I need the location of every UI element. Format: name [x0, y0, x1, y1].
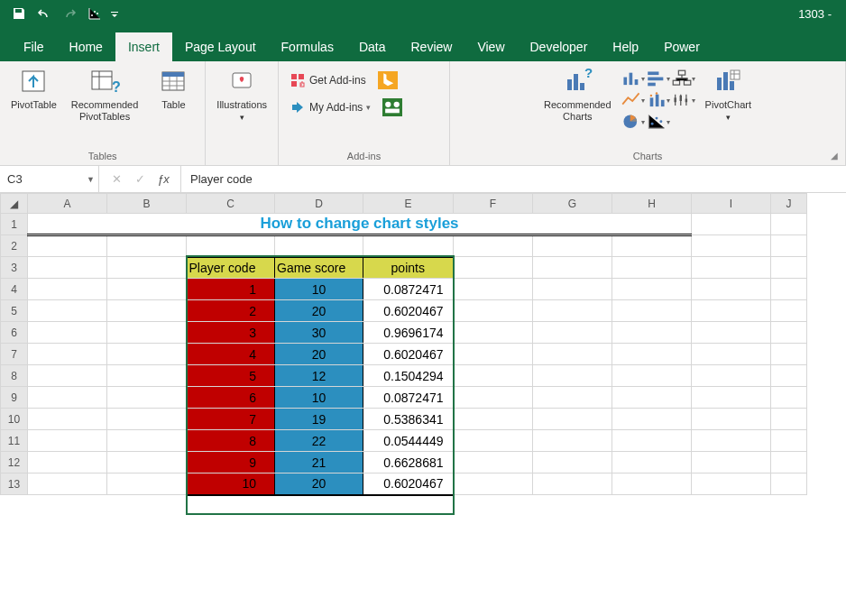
formula-input[interactable]: Player code [181, 172, 846, 186]
cell[interactable]: points [363, 257, 454, 279]
cell[interactable]: 21 [275, 452, 363, 473]
scatter-chart-icon[interactable] [83, 2, 106, 25]
row-header[interactable]: 9 [1, 387, 28, 409]
cell[interactable]: Game score [275, 257, 363, 279]
row-header[interactable]: 10 [1, 409, 28, 430]
cell[interactable]: 0.0872471 [363, 279, 454, 300]
tab-developer[interactable]: Developer [518, 32, 601, 61]
pivotchart-button[interactable]: PivotChart▾ [702, 65, 755, 125]
cell[interactable]: 20 [275, 473, 363, 495]
pivottable-button[interactable]: PivotTable [7, 65, 60, 113]
cell[interactable]: 2 [187, 300, 275, 322]
cell[interactable]: 5 [187, 365, 275, 387]
pie-chart-icon[interactable]: ▾ [623, 113, 643, 131]
col-header[interactable]: J [771, 194, 807, 214]
col-header[interactable]: E [363, 194, 454, 214]
recommended-pivottables-button[interactable]: ? Recommended PivotTables [68, 65, 143, 124]
redo-icon[interactable] [58, 2, 81, 25]
cell[interactable]: 9 [187, 452, 275, 473]
cell[interactable]: 1 [187, 279, 275, 300]
people-graph-icon[interactable] [382, 98, 402, 116]
cell[interactable]: 0.6020467 [363, 344, 454, 365]
cell[interactable]: 0.1504294 [363, 365, 454, 387]
svg-rect-11 [291, 81, 297, 87]
cell[interactable]: 0.6628681 [363, 452, 454, 473]
row-header[interactable]: 7 [1, 344, 28, 365]
row-header[interactable]: 2 [1, 235, 28, 257]
tab-file[interactable]: File [11, 32, 57, 61]
row-header[interactable]: 11 [1, 430, 28, 452]
row-header[interactable]: 12 [1, 452, 28, 473]
cell[interactable]: 10 [275, 279, 363, 300]
col-header[interactable]: D [275, 194, 363, 214]
row-header[interactable]: 4 [1, 279, 28, 300]
cell[interactable]: 0.6020467 [363, 473, 454, 495]
cell[interactable]: 22 [275, 430, 363, 452]
select-all-corner[interactable]: ◢ [1, 194, 28, 214]
cell[interactable]: 10 [275, 387, 363, 409]
table-button[interactable]: Table [149, 65, 198, 113]
row-header[interactable]: 8 [1, 365, 28, 387]
undo-icon[interactable] [32, 2, 56, 25]
tab-formulas[interactable]: Formulas [269, 32, 346, 61]
worksheet[interactable]: ◢ A B C D E F G H I J 1 How to change ch… [0, 193, 846, 496]
col-header[interactable]: C [187, 194, 275, 214]
sheet-title[interactable]: How to change chart styles [28, 214, 692, 235]
cell[interactable]: 6 [187, 387, 275, 409]
cell[interactable]: 0.5386341 [363, 409, 454, 430]
col-header[interactable]: I [692, 194, 771, 214]
enter-formula-icon[interactable]: ✓ [128, 168, 152, 191]
cell[interactable]: 30 [275, 322, 363, 344]
cell[interactable]: 20 [275, 300, 363, 322]
save-icon[interactable] [7, 2, 31, 25]
row-header[interactable]: 13 [1, 473, 28, 495]
cell[interactable]: 0.0544449 [363, 430, 454, 452]
qat-more-icon[interactable] [108, 2, 121, 25]
cell[interactable]: 7 [187, 409, 275, 430]
cell[interactable]: 0.6020467 [363, 300, 454, 322]
area-chart-icon[interactable]: ▾ [648, 91, 668, 109]
cell[interactable]: 3 [187, 322, 275, 344]
line-chart-icon[interactable]: ▾ [623, 91, 643, 109]
get-addins-button[interactable]: Get Add-ins [286, 70, 370, 90]
illustrations-button[interactable]: Illustrations▾ [213, 65, 271, 125]
column-chart-icon[interactable]: ▾ [623, 69, 643, 87]
col-header[interactable]: G [533, 194, 612, 214]
row-header[interactable]: 6 [1, 322, 28, 344]
tab-review[interactable]: Review [399, 32, 465, 61]
recommended-charts-button[interactable]: ? Recommended Charts [540, 65, 615, 124]
col-header[interactable]: B [107, 194, 187, 214]
charts-dialog-launcher[interactable]: ◢ [831, 151, 843, 163]
cell[interactable]: 4 [187, 344, 275, 365]
row-header[interactable]: 5 [1, 300, 28, 322]
hierarchy-chart-icon[interactable]: ▾ [674, 69, 694, 87]
cell[interactable]: 12 [275, 365, 363, 387]
cell[interactable]: 0.9696174 [363, 322, 454, 344]
cell[interactable]: 19 [275, 409, 363, 430]
row-header[interactable]: 1 [1, 214, 28, 235]
tab-page-layout[interactable]: Page Layout [172, 32, 269, 61]
tab-power[interactable]: Power [651, 32, 713, 61]
col-header[interactable]: F [454, 194, 533, 214]
col-header[interactable]: A [28, 194, 107, 214]
tab-home[interactable]: Home [57, 32, 115, 61]
tab-insert[interactable]: Insert [115, 32, 172, 61]
cell[interactable]: 20 [275, 344, 363, 365]
col-header[interactable]: H [612, 194, 692, 214]
fx-icon[interactable]: ƒx [152, 168, 175, 191]
cell[interactable]: 10 [187, 473, 275, 495]
cancel-formula-icon[interactable]: ✕ [105, 168, 128, 191]
name-box[interactable]: C3 ▼ [0, 166, 99, 192]
tab-view[interactable]: View [464, 32, 517, 61]
row-header[interactable]: 3 [1, 257, 28, 279]
stock-chart-icon[interactable]: ▾ [674, 91, 694, 109]
my-addins-button[interactable]: My Add-ins ▾ [286, 97, 374, 117]
cell[interactable]: Player code [187, 257, 275, 279]
bar-chart-icon[interactable]: ▾ [648, 69, 668, 87]
tab-data[interactable]: Data [346, 32, 399, 61]
cell[interactable]: 8 [187, 430, 275, 452]
tab-help[interactable]: Help [600, 32, 651, 61]
cell[interactable]: 0.0872471 [363, 387, 454, 409]
scatter-chart-icon[interactable]: ▾ [648, 113, 668, 131]
bing-icon[interactable] [378, 71, 398, 89]
